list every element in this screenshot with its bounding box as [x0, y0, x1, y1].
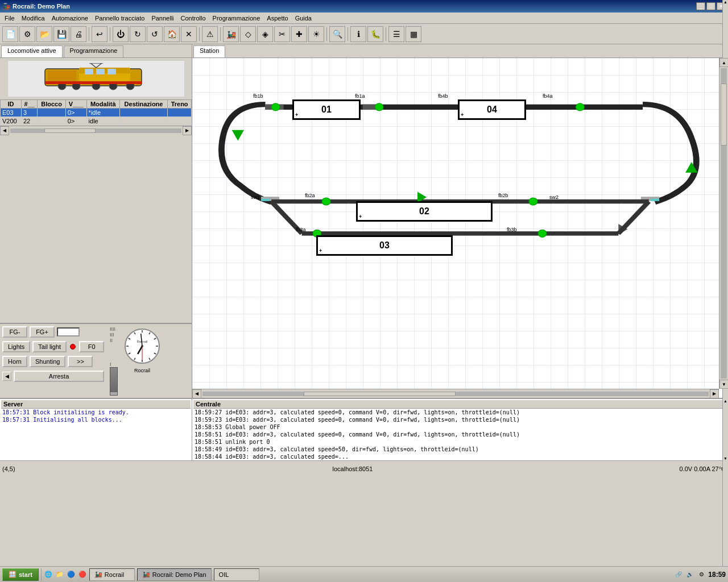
menu-automazione[interactable]: Automazione [48, 14, 92, 23]
tab-programmazione[interactable]: Programmazione [64, 45, 124, 57]
menu-modifica[interactable]: Modifica [18, 14, 48, 23]
scroll-thumb[interactable] [44, 128, 96, 133]
menu-programmazione[interactable]: Programmazione [209, 14, 264, 23]
tab-locomotive-attive[interactable]: Locomotive attive [1, 45, 63, 57]
toolbar-light[interactable]: ☀ [308, 26, 324, 42]
scroll-track[interactable] [10, 128, 181, 133]
centrale-log-scrollbar[interactable]: ▲ ▼ [722, 399, 728, 460]
centrale-log-scroll-down[interactable]: ▼ [723, 456, 728, 460]
toolbar-search[interactable]: 🔍 [329, 26, 345, 42]
v-scrollbar[interactable]: ▲ ▼ [719, 58, 728, 389]
prev-button[interactable]: ◀ [2, 372, 11, 381]
taskbar-demo-plan[interactable]: 🚂 Rocrail: Demo Plan [137, 568, 212, 581]
loco-row-e03[interactable]: E03 3 0> *idle [1, 109, 192, 117]
quicklaunch-folder[interactable]: 📁 [55, 570, 64, 579]
menu-pannello-tracciato[interactable]: Pannello tracciato [92, 14, 148, 23]
block-02-plus: + [359, 214, 362, 219]
menu-guida[interactable]: Guida [292, 14, 315, 23]
menu-file[interactable]: File [1, 14, 18, 23]
toolbar-home[interactable]: 🏠 [164, 26, 180, 42]
maximize-button[interactable]: □ [706, 2, 715, 10]
toolbar-auto1[interactable]: ↻ [130, 26, 146, 42]
centrale-log-scroll-up[interactable]: ▲ [723, 399, 728, 403]
loco-train [168, 109, 192, 117]
toolbar-undo[interactable]: ↩ [92, 26, 107, 42]
toolbar-loc2[interactable]: ◈ [257, 26, 273, 42]
centrale-log-header: Centrale [193, 400, 727, 409]
quicklaunch-ie[interactable]: 🌐 [44, 570, 53, 579]
toolbar-warning[interactable]: ⚠ [202, 26, 218, 42]
menu-controllo[interactable]: Controllo [177, 14, 209, 23]
fg-plus-button[interactable]: FG+ [30, 326, 55, 338]
sep1 [89, 27, 89, 41]
minimize-button[interactable]: _ [696, 2, 705, 10]
menu-pannelli[interactable]: Pannelli [148, 14, 177, 23]
toolbar-bug[interactable]: 🐛 [367, 26, 383, 42]
scroll-right[interactable]: ▶ [183, 126, 192, 135]
toolbar: 📄 ⚙ 📂 💾 🖨 ↩ ⏻ ↻ ↺ 🏠 ✕ ⚠ 🚂 ◇ ◈ ✂ ✚ ☀ 🔍 ℹ … [0, 24, 728, 44]
taskbar-rocrail-icon: 🚂 [94, 571, 102, 578]
toolbar-new[interactable]: 📄 [2, 26, 18, 42]
h-scroll-left[interactable]: ◀ [192, 389, 201, 398]
start-button[interactable]: 🪟 start [2, 568, 39, 581]
status-server: localhost:8051 [48, 465, 657, 472]
toolbar-train[interactable]: 🚂 [223, 26, 239, 42]
loco-id: V200 [1, 117, 22, 126]
tab-station[interactable]: Station [193, 45, 225, 57]
taskbar-sep [41, 568, 42, 581]
scroll-left[interactable]: ◀ [0, 126, 9, 135]
taskbar-rocrail[interactable]: 🚂 Rocrail [89, 568, 135, 581]
fb1a-label: fb1a [355, 93, 365, 99]
toolbar-loc1[interactable]: ◇ [240, 26, 256, 42]
toolbar-auto2[interactable]: ↺ [147, 26, 163, 42]
toolbar-cut[interactable]: ✂ [274, 26, 290, 42]
horn-button[interactable]: Horn [2, 356, 27, 367]
col-id: ID [1, 100, 22, 109]
toolbar-list[interactable]: ☰ [388, 26, 404, 42]
toolbar-settings[interactable]: ⚙ [19, 26, 35, 42]
left-scrollbar[interactable]: ◀ ▶ [0, 126, 192, 135]
block-03: 03 + [316, 235, 453, 256]
f0-button[interactable]: F0 [79, 341, 104, 352]
block-03-label: 03 [379, 240, 390, 251]
menu-aspetto[interactable]: Aspetto [263, 14, 291, 23]
h-scroll-track[interactable] [202, 392, 709, 396]
toolbar-save[interactable]: 💾 [53, 26, 69, 42]
taskbar-oil[interactable]: OIL [214, 568, 259, 581]
v-scroll-thumb[interactable] [721, 84, 727, 146]
stop-button[interactable]: Arresta [14, 371, 104, 382]
shunting-button[interactable]: Shunting [30, 356, 65, 367]
toolbar-power[interactable]: ⏻ [113, 26, 129, 42]
fg-minus-button[interactable]: FG- [2, 326, 27, 338]
quicklaunch-app[interactable]: 🔵 [67, 570, 76, 579]
toolbar-cross[interactable]: ✚ [291, 26, 307, 42]
toolbar-print[interactable]: 🖨 [71, 26, 86, 42]
loco-id: E03 [1, 109, 22, 117]
track-canvas: 01 + 04 + 02 + 03 + fb1b fb1a fb4b fb4a [192, 58, 728, 389]
quicklaunch-app2[interactable]: 🔴 [78, 570, 87, 579]
svg-line-13 [90, 63, 96, 68]
h-scroll-right[interactable]: ▶ [710, 389, 719, 398]
toolbar-stop[interactable]: ✕ [181, 26, 197, 42]
more-button[interactable]: >> [68, 356, 93, 367]
toolbar-info[interactable]: ℹ [350, 26, 366, 42]
col-speed: V___ [65, 100, 86, 109]
tail-light-button[interactable]: Tail light [32, 341, 67, 352]
loco-train [168, 117, 192, 126]
lights-button[interactable]: Lights [2, 341, 30, 352]
col-num: #__ [21, 100, 38, 109]
toolbar-open[interactable]: 📂 [36, 26, 52, 42]
speed-input[interactable]: 0 [57, 327, 80, 336]
status-voltage: 0.0V 0.00A 27°C [657, 465, 726, 472]
loco-row-v200[interactable]: V200 22 0> idle [1, 117, 192, 126]
scroll-down[interactable]: ▼ [719, 380, 728, 389]
h-scroll-thumb[interactable] [304, 392, 456, 396]
toolbar-table[interactable]: ▦ [406, 26, 421, 42]
taskbar-demo-icon: 🚂 [142, 571, 150, 578]
v-scroll-track[interactable] [721, 68, 727, 379]
fb2a-label: fb2a [305, 193, 315, 198]
h-scrollbar-track[interactable]: ◀ ▶ [192, 389, 719, 398]
scroll-up[interactable]: ▲ [719, 58, 728, 67]
clock-brand: Rocrail [122, 368, 162, 373]
clock-face [122, 326, 162, 366]
